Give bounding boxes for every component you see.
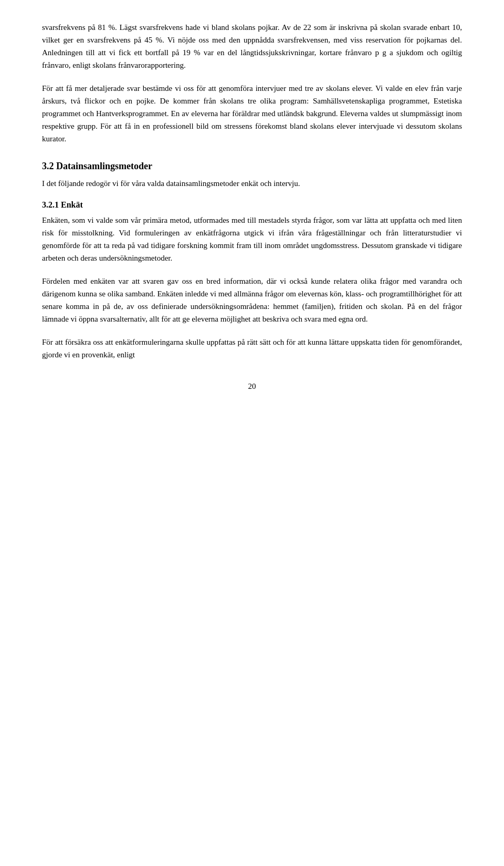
section-32-intro: I det följande redogör vi för våra valda… <box>42 177 462 190</box>
enkat-paragraph-2: Fördelen med enkäten var att svaren gav … <box>42 275 462 325</box>
paragraph-2: För att få mer detaljerade svar bestämde… <box>42 82 462 145</box>
section-321-heading: 3.2.1 Enkät <box>42 200 462 210</box>
section-32-heading: 3.2 Datainsamlingsmetoder <box>42 161 462 172</box>
page-content: svarsfrekvens på 81 %. Lägst svarsfrekve… <box>0 0 504 866</box>
enkat-paragraph-1: Enkäten, som vi valde som vår primära me… <box>42 214 462 264</box>
enkat-paragraph-3: För att försäkra oss att enkätformulerin… <box>42 336 462 361</box>
page-number: 20 <box>42 382 462 391</box>
paragraph-1: svarsfrekvens på 81 %. Lägst svarsfrekve… <box>42 21 462 71</box>
